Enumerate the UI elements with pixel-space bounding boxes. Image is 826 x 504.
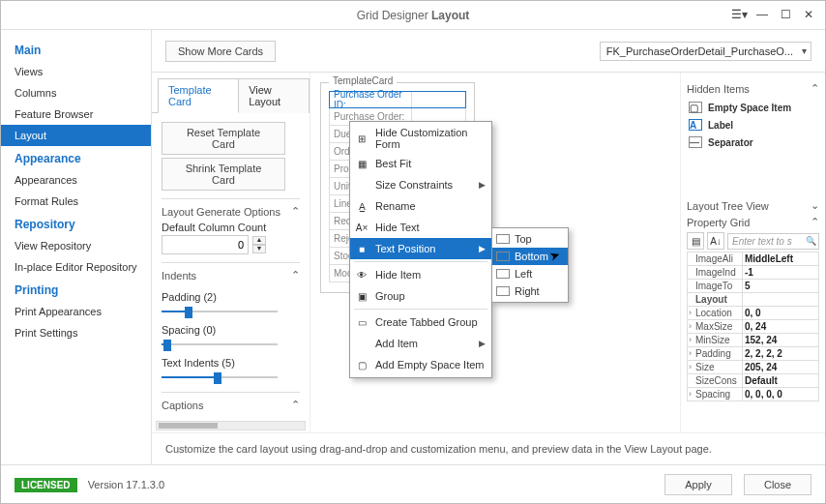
version-label: Version 17.1.3.0 bbox=[88, 479, 165, 490]
property-row[interactable]: SizeConsDefault bbox=[687, 374, 819, 388]
property-row[interactable]: Location0, 0 bbox=[687, 307, 819, 320]
textindents-slider[interactable] bbox=[162, 371, 278, 384]
collapse-icon[interactable]: ⌃ bbox=[811, 82, 819, 95]
tab-template-card[interactable]: Template Card bbox=[158, 78, 239, 113]
submenu-item-right[interactable]: Right bbox=[492, 282, 568, 300]
property-row[interactable]: MaxSize0, 24 bbox=[687, 320, 819, 334]
hide-item-icon: 👁 bbox=[354, 267, 369, 282]
minimize-button[interactable]: — bbox=[752, 5, 773, 24]
property-key: Padding bbox=[688, 347, 742, 360]
property-value[interactable]: -1 bbox=[742, 266, 818, 279]
collapse-icon[interactable]: ⌃ bbox=[291, 205, 300, 218]
menu-item-group[interactable]: ▣Group bbox=[350, 285, 491, 307]
separator-icon: — bbox=[689, 136, 702, 148]
property-key: MinSize bbox=[688, 334, 742, 346]
menu-item-add-item[interactable]: Add Item▶ bbox=[350, 333, 491, 354]
submenu-item-bottom[interactable]: Bottom bbox=[492, 248, 568, 265]
show-more-cards-button[interactable]: Show More Cards bbox=[165, 41, 276, 62]
close-window-button[interactable]: ✕ bbox=[798, 5, 819, 24]
layout-generate-options-head: Layout Generate Options bbox=[162, 206, 280, 218]
property-value[interactable]: 5 bbox=[742, 280, 818, 292]
hidden-item-label[interactable]: ALabel bbox=[687, 116, 819, 133]
label-icon: A bbox=[689, 119, 702, 131]
fk-dropdown[interactable]: FK_PurchaseOrderDetail_PurchaseO... bbox=[600, 42, 811, 61]
sidebar-item-columns[interactable]: Columns bbox=[1, 82, 151, 104]
property-value[interactable]: 152, 24 bbox=[742, 334, 818, 346]
sidebar-item-view-repository[interactable]: View Repository bbox=[1, 235, 151, 256]
property-row[interactable]: ImageTo5 bbox=[687, 280, 819, 293]
hidden-item-empty-space-item[interactable]: ▢Empty Space Item bbox=[687, 99, 819, 116]
menu-item-add-empty-space-item[interactable]: ▢Add Empty Space Item bbox=[350, 354, 491, 375]
menu-item-hide-customization-form[interactable]: ⊞Hide Customization Form bbox=[350, 124, 491, 153]
license-badge: LICENSED bbox=[15, 478, 77, 492]
view-mode-icon[interactable]: ☰▾ bbox=[728, 5, 750, 24]
property-value[interactable] bbox=[742, 293, 818, 306]
spacing-slider[interactable] bbox=[162, 338, 278, 351]
shrink-template-card-button[interactable]: Shrink Template Card bbox=[162, 158, 285, 191]
sidebar-item-appearances[interactable]: Appearances bbox=[1, 169, 151, 191]
property-row[interactable]: Padding2, 2, 2, 2 bbox=[687, 347, 819, 361]
menu-item-hide-item[interactable]: 👁Hide Item bbox=[350, 264, 491, 285]
property-value[interactable]: 205, 24 bbox=[742, 361, 818, 373]
create-tabbed-group-icon: ▭ bbox=[354, 314, 369, 330]
spin-down[interactable]: ▼ bbox=[252, 245, 266, 253]
menu-item-best-fit[interactable]: ▦Best Fit bbox=[350, 153, 491, 174]
submenu-item-left[interactable]: Left bbox=[492, 265, 568, 282]
tab-view-layout[interactable]: View Layout bbox=[239, 78, 310, 113]
reset-template-card-button[interactable]: Reset Template Card bbox=[162, 122, 285, 155]
card-field-input[interactable] bbox=[411, 92, 465, 107]
categorize-icon[interactable]: ▤ bbox=[687, 232, 704, 250]
sort-icon[interactable]: A↓ bbox=[707, 232, 724, 250]
property-row[interactable]: MinSize152, 24 bbox=[687, 334, 819, 347]
submenu-label: Right bbox=[515, 285, 540, 297]
hscrollbar[interactable] bbox=[156, 421, 306, 430]
spin-up[interactable]: ▲ bbox=[252, 236, 266, 245]
property-value[interactable]: 0, 0 bbox=[742, 307, 818, 319]
property-value[interactable]: MiddleLeft bbox=[742, 252, 818, 265]
submenu-item-top[interactable]: Top bbox=[492, 230, 568, 248]
menu-item-text-position[interactable]: ■Text Position▶ bbox=[350, 238, 491, 259]
card-field-row[interactable]: Purchase Order ID: bbox=[329, 91, 466, 108]
property-key: SizeCons bbox=[688, 374, 742, 387]
default-column-count-input[interactable] bbox=[162, 235, 249, 254]
menu-item-rename[interactable]: A̲Rename bbox=[350, 195, 491, 217]
hidden-item-label: Empty Space Item bbox=[708, 103, 791, 113]
sidebar-item-print-appearances[interactable]: Print Appearances bbox=[1, 301, 151, 322]
property-search-input[interactable]: Enter text to s bbox=[727, 233, 819, 250]
sidebar-item-layout[interactable]: Layout bbox=[1, 125, 151, 146]
sidebar-item-inplace-editor-repository[interactable]: In-place Editor Repository bbox=[1, 256, 151, 278]
property-value[interactable]: 0, 0, 0, 0 bbox=[742, 388, 818, 400]
property-row[interactable]: Size205, 24 bbox=[687, 361, 819, 374]
sidebar-item-feature-browser[interactable]: Feature Browser bbox=[1, 104, 151, 125]
menu-item-label: Text Position bbox=[375, 243, 435, 254]
menu-item-hide-text[interactable]: A×Hide Text bbox=[350, 217, 491, 238]
dropdown-icon[interactable]: ⌄ bbox=[811, 199, 819, 212]
hidden-item-label: Label bbox=[708, 120, 733, 131]
sidebar-item-print-settings[interactable]: Print Settings bbox=[1, 322, 151, 343]
maximize-button[interactable]: ☐ bbox=[775, 5, 796, 24]
property-value[interactable]: Default bbox=[742, 374, 818, 387]
collapse-icon[interactable]: ⌃ bbox=[811, 216, 819, 228]
property-row[interactable]: ImageInd-1 bbox=[687, 266, 819, 280]
padding-slider[interactable] bbox=[162, 305, 278, 318]
menu-item-create-tabbed-group[interactable]: ▭Create Tabbed Group bbox=[350, 311, 491, 333]
close-button[interactable]: Close bbox=[744, 474, 811, 495]
sidebar-cat-printing: Printing bbox=[1, 278, 151, 301]
property-value[interactable]: 2, 2, 2, 2 bbox=[742, 347, 818, 360]
collapse-icon[interactable]: ⌃ bbox=[291, 399, 300, 411]
hidden-item-separator[interactable]: —Separator bbox=[687, 133, 819, 151]
property-key: Layout bbox=[688, 293, 742, 306]
apply-button[interactable]: Apply bbox=[664, 474, 732, 495]
menu-item-size-constraints[interactable]: Size Constraints▶ bbox=[350, 174, 491, 195]
collapse-icon[interactable]: ⌃ bbox=[291, 269, 300, 282]
window-title-main: Layout bbox=[431, 9, 469, 22]
context-menu: ⊞Hide Customization Form▦Best FitSize Co… bbox=[349, 121, 492, 378]
sidebar-item-views[interactable]: Views bbox=[1, 61, 151, 82]
property-key: ImageTo bbox=[688, 280, 742, 292]
property-row[interactable]: Spacing0, 0, 0, 0 bbox=[687, 388, 819, 401]
property-row[interactable]: Layout bbox=[687, 293, 819, 307]
property-key: ImageInd bbox=[688, 266, 742, 279]
property-row[interactable]: ImageAliMiddleLeft bbox=[687, 252, 819, 266]
sidebar-item-format-rules[interactable]: Format Rules bbox=[1, 191, 151, 212]
property-value[interactable]: 0, 24 bbox=[742, 320, 818, 333]
